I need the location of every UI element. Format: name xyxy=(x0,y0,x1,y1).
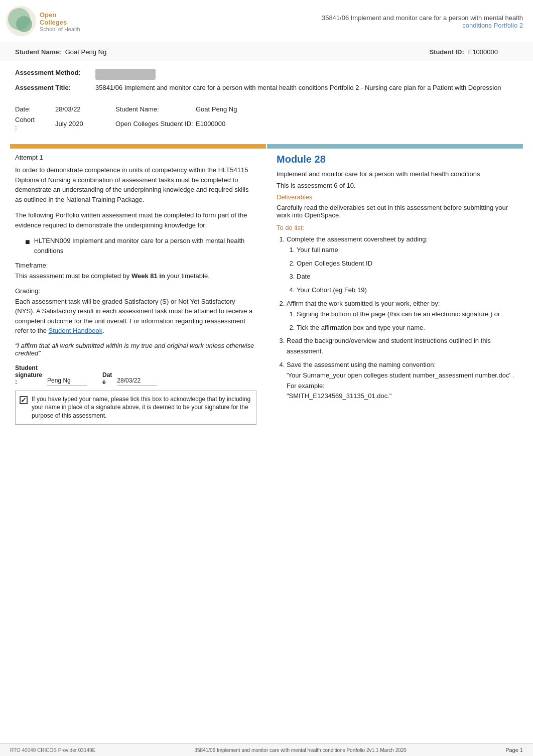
todo-sub-1-1: Your full name xyxy=(297,246,338,254)
todo-item-4-extra: 'Your Surname_your open colleges student… xyxy=(287,371,514,400)
list-item: Tick the affirmation box and type your n… xyxy=(297,323,518,333)
student-id-label: Student ID: xyxy=(429,48,464,56)
todo-item-2-main: Affirm that the work submitted is your w… xyxy=(287,300,440,307)
todo-heading: To do list: xyxy=(277,224,518,231)
list-item: Save the assessment using the naming con… xyxy=(287,360,518,402)
list-item: Your full name xyxy=(297,245,518,256)
student-bar: Student Name: Goat Peng Ng Student ID: E… xyxy=(0,43,533,61)
list-item: Complete the assessment coversheet by ad… xyxy=(287,234,518,296)
color-bars xyxy=(10,144,523,149)
deliverables-text: Carefully read the deliverables set out … xyxy=(277,204,518,219)
todo-sub-1-2: Open Colleges Student ID xyxy=(297,260,372,267)
list-item: Your Cohort (eg Feb 19) xyxy=(297,285,518,296)
student-name-label2: Student Name: xyxy=(115,105,196,113)
timeframe-end: your timetable. xyxy=(167,272,210,280)
sig-name-col: Peng Ng xyxy=(47,377,87,386)
affirmation-quote: “I affirm that all work submitted within… xyxy=(15,342,256,357)
todo-item-4-main: Save the assessment using the naming con… xyxy=(287,361,436,368)
svg-point-2 xyxy=(16,16,32,32)
bar-right xyxy=(267,144,523,149)
list-item: Open Colleges Student ID xyxy=(297,259,518,269)
student-id-value: E1000000 xyxy=(468,48,498,56)
todo-sub-2-1: Signing the bottom of the page (this can… xyxy=(297,310,500,318)
timeframe-week: Week 81 in xyxy=(131,272,165,280)
todo-sub-2-2: Tick the affirmation box and type your n… xyxy=(297,324,425,331)
checkbox-row[interactable]: ✓ If you have typed your name, please ti… xyxy=(15,391,256,425)
logo-icon xyxy=(5,5,38,38)
grading-heading: Grading: xyxy=(15,287,256,295)
date-row: Date: 28/03/22 Student Name: Goat Peng N… xyxy=(15,105,518,113)
todo-sublist-2: Signing the bottom of the page (this can… xyxy=(297,309,518,333)
oc-id-label: Open Colleges Student ID: xyxy=(115,120,196,128)
module-heading: Module 28 xyxy=(277,154,518,165)
left-column: Attempt 1 In order to demonstrate compet… xyxy=(10,149,261,430)
module-sub1: Implement and monitor care for a person … xyxy=(277,170,518,178)
page-footer: RTO 40049 CRICOS Provider 03149E 35841/0… xyxy=(0,743,533,756)
header: Open Colleges School of Health 35841/06 … xyxy=(0,0,533,43)
header-title: 35841/06 Implement and monitor care for … xyxy=(85,14,523,29)
cohort-label: Cohort : xyxy=(15,116,55,131)
attempt-label: Attempt 1 xyxy=(15,154,256,161)
todo-sublist-1: Your full name Open Colleges Student ID … xyxy=(297,245,518,296)
student-id-field: Student ID: E1000000 xyxy=(429,48,498,56)
sig-name: Peng Ng xyxy=(47,377,87,386)
date-value: 28/03/22 xyxy=(55,105,105,113)
deliverables-heading: Deliverables xyxy=(277,193,518,201)
bullet-item-1: ■ HLTENN009 Implement and monitor care f… xyxy=(25,236,256,256)
right-column: Module 28 Implement and monitor care for… xyxy=(272,149,523,430)
checkmark: ✓ xyxy=(21,396,27,404)
logo-line2: School of Health xyxy=(40,26,85,32)
timeframe-heading: Timeframe: xyxy=(15,262,256,269)
sig-label: Student signature : xyxy=(15,364,42,386)
timeframe-body: This assessment must be completed by Wee… xyxy=(15,271,256,281)
bullet-text-1: HLTENN009 Implement and monitor care for… xyxy=(34,236,256,256)
grading-end: . xyxy=(102,327,104,334)
student-handbook-link[interactable]: Student Handbook xyxy=(49,327,103,334)
list-item: Date xyxy=(297,272,518,282)
grading-body: Each assessment task will be graded Sati… xyxy=(15,297,256,336)
student-name-label: Student Name: xyxy=(15,48,61,56)
date-cohort-section: Date: 28/03/22 Student Name: Goat Peng N… xyxy=(0,103,533,142)
para2: The following Portfolio written assessme… xyxy=(15,210,256,230)
student-name-value: Goat Peng Ng xyxy=(65,48,106,56)
date-label: Date: xyxy=(15,105,55,113)
logo-line1: Open Colleges xyxy=(40,11,85,26)
list-item: Affirm that the work submitted is your w… xyxy=(287,299,518,333)
module-sub2: This is assessment 6 of 10. xyxy=(277,182,518,189)
timeframe-text: This assessment must be completed by xyxy=(15,272,129,280)
oc-id-value: E1000000 xyxy=(196,120,225,128)
assess-title-label: Assessment Title: xyxy=(15,84,95,91)
student-name-field: Student Name: Goat Peng Ng xyxy=(15,48,106,56)
header-title-main: 35841/06 Implement and monitor care for … xyxy=(85,14,523,22)
sig-date-label: Date xyxy=(102,371,112,386)
student-name-value2: Goat Peng Ng xyxy=(196,105,237,113)
todo-sub-1-4: Your Cohort (eg Feb 19) xyxy=(297,286,367,294)
sig-table: Student signature : Peng Ng Date 28/03/2… xyxy=(15,364,256,386)
todo-item-1-main: Complete the assessment coversheet by ad… xyxy=(287,235,428,243)
para1: In order to demonstrate competence in un… xyxy=(15,165,256,204)
header-title-sub: conditions Portfolio 2 xyxy=(85,22,523,29)
footer-center: 35841/06 Implement and monitor care with… xyxy=(95,747,505,753)
sig-label-col: Student signature : xyxy=(15,364,42,386)
method-label: Assessment Method: xyxy=(15,69,95,76)
checkbox-text: If you have typed your name, please tick… xyxy=(32,395,252,420)
sig-date-val-col: 28/03/22 xyxy=(117,377,157,386)
sig-date-value: 28/03/22 xyxy=(117,377,157,386)
sig-date-col: Date xyxy=(102,371,112,386)
todo-sub-1-3: Date xyxy=(297,273,310,280)
logo-area: Open Colleges School of Health xyxy=(5,5,85,38)
cohort-value: July 2020 xyxy=(55,120,105,128)
bullet-char: ■ xyxy=(25,236,30,256)
list-item: Signing the bottom of the page (this can… xyxy=(297,309,518,320)
bar-left xyxy=(10,144,266,149)
assessment-section: Assessment Method: Assessment Title: 358… xyxy=(0,61,533,103)
cohort-row: Cohort : July 2020 Open Colleges Student… xyxy=(15,116,518,131)
list-item: Read the background/overview and student… xyxy=(287,336,518,357)
method-row: Assessment Method: xyxy=(15,69,518,80)
todo-list: Complete the assessment coversheet by ad… xyxy=(287,234,518,402)
signature-section: Student signature : Peng Ng Date 28/03/2… xyxy=(15,364,256,425)
assess-title-value: 35841/06 Implement and monitor care for … xyxy=(95,84,518,91)
affirmation-checkbox[interactable]: ✓ xyxy=(20,396,28,404)
footer-left: RTO 40049 CRICOS Provider 03149E xyxy=(10,747,95,753)
footer-right: Page 1 xyxy=(505,747,523,753)
